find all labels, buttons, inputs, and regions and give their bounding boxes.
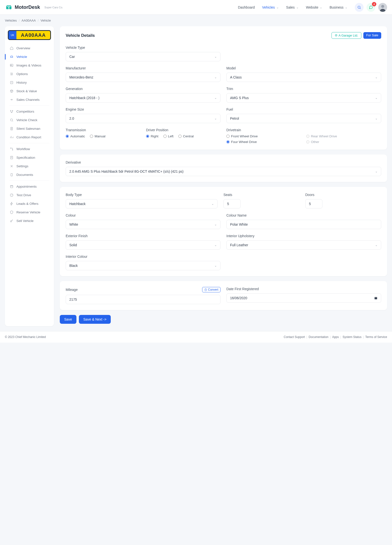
select-body-type[interactable]: Hatchback⌄ [66, 199, 218, 208]
sidebar-item-condition-report[interactable]: Condition Report [5, 133, 54, 142]
clock-icon [10, 81, 13, 84]
save-next-button[interactable]: Save & Next -> [79, 315, 111, 324]
sidebar-item-vehicle[interactable]: Vehicle [5, 52, 54, 61]
label-derivative: Derivative [66, 160, 381, 164]
chat-button[interactable]: 4 [367, 3, 375, 12]
sidebar-item-images-videos[interactable]: Images & Videos [5, 61, 54, 70]
brand-name: MotorDesk [15, 4, 40, 10]
chevron-down-icon: ⌄ [214, 117, 217, 120]
car-icon [10, 55, 13, 59]
plate-country: UK [9, 31, 16, 39]
chevron-down-icon: ⌄ [296, 6, 299, 9]
status-badge[interactable]: For Sale [363, 32, 381, 39]
select-vehicle-type[interactable]: Car⌄ [66, 52, 220, 61]
nav-website[interactable]: Website⌄ [306, 5, 322, 9]
select-engine-size[interactable]: 2.0⌄ [66, 114, 220, 123]
nav-business[interactable]: Business⌄ [330, 5, 347, 9]
nav-sales[interactable]: Sales⌄ [286, 5, 299, 9]
sidebar-item-history[interactable]: History [5, 78, 54, 87]
chevron-down-icon: ⌄ [375, 76, 378, 79]
sidebar-item-specification[interactable]: Specification [5, 153, 54, 162]
chevron-down-icon: ⌄ [375, 117, 378, 120]
sidebar-item-test-drive[interactable]: Test Drive [5, 191, 54, 199]
radio-front-wheel-drive[interactable]: Front Wheel Drive [226, 134, 301, 138]
select-trim[interactable]: AMG S Plus⌄ [226, 93, 381, 103]
select-colour[interactable]: White⌄ [66, 220, 220, 229]
sidebar-item-reserve-vehicle[interactable]: Reserve Vehicle [5, 208, 54, 217]
sidebar-item-sell-vehicle[interactable]: Sell Vehicle [5, 217, 54, 225]
label-generation: Generation [66, 87, 220, 91]
label-engine-size: Engine Size [66, 107, 220, 111]
nav-vehicles[interactable]: Vehicles⌄ [262, 5, 279, 9]
label-drivetrain: Drivetrain [226, 128, 381, 132]
select-manufacturer[interactable]: Mercedes-Benz⌄ [66, 73, 220, 82]
footer-link-system-status[interactable]: System Status [343, 335, 361, 339]
sidebar-item-documents[interactable]: Documents [5, 170, 54, 179]
footer-link-apps[interactable]: Apps [332, 335, 339, 339]
vehicle-details-card: Vehicle Details A Garage Ltd. For Sale V… [60, 26, 387, 150]
location-text: A Garage Ltd. [339, 34, 358, 37]
branch-icon [10, 110, 13, 113]
breadcrumb-item[interactable]: AA00AAA [22, 19, 36, 22]
sidebar-item-silent-salesman[interactable]: Silent Salesman [5, 124, 54, 133]
radio-rear-wheel-drive: Rear Wheel Drive [306, 134, 381, 138]
select-interior-upholstery[interactable]: Full Leather⌄ [226, 240, 381, 250]
chevron-down-icon: ⌄ [375, 96, 378, 100]
logo[interactable]: MotorDesk Super Cars Co. [5, 3, 63, 11]
user-avatar[interactable] [378, 3, 387, 12]
field-exterior-finish: Exterior Finish Solid⌄ [66, 234, 220, 250]
sidebar-item-vehicle-check[interactable]: Vehicle Check [5, 116, 54, 124]
radio-central[interactable]: Central [178, 134, 194, 138]
field-generation: Generation Hatchback (2018 - )⌄ [66, 87, 220, 103]
select-model[interactable]: A Class⌄ [226, 73, 381, 82]
sidebar-item-overview[interactable]: Overview [5, 44, 54, 52]
input-colour-name[interactable]: Polar White [226, 220, 381, 229]
radio-right[interactable]: Right [146, 134, 159, 138]
footer-link-documentation[interactable]: Documentation [309, 335, 329, 339]
sidebar-item-settings[interactable]: Settings [5, 162, 54, 170]
card-title: Vehicle Details [66, 33, 95, 38]
input-mileage[interactable]: 2175 [66, 295, 220, 304]
radio-four-wheel-drive[interactable]: Four Wheel Drive [226, 140, 301, 144]
sidebar-item-workflow[interactable]: Workflow [5, 145, 54, 153]
select-derivative[interactable]: 2.0 A45 AMG S Plus Hatchback 5dr Petrol … [66, 167, 381, 176]
nav-dashboard[interactable]: Dashboard [238, 5, 255, 9]
select-interior-colour[interactable]: Black⌄ [66, 261, 220, 270]
sidebar-item-leads-offers[interactable]: Leads & Offers [5, 199, 54, 208]
convert-button[interactable]: Convert [202, 287, 220, 292]
label-seats: Seats [223, 193, 299, 197]
input-seats[interactable]: 5 [223, 199, 241, 208]
radio-manual[interactable]: Manual [90, 134, 105, 138]
field-driver-position: Driver Position RightLeftCentral [146, 128, 220, 144]
sidebar-item-options[interactable]: Options [5, 70, 54, 78]
location-badge[interactable]: A Garage Ltd. [331, 32, 361, 39]
chevron-down-icon: ⌄ [214, 243, 217, 247]
sidebar-item-appointments[interactable]: Appointments [5, 182, 54, 191]
select-exterior-finish[interactable]: Solid⌄ [66, 240, 220, 250]
input-doors[interactable]: 5 [305, 199, 322, 208]
chevron-down-icon: ⌄ [214, 96, 217, 100]
plate-reg: AA00AAA [16, 31, 50, 39]
input-date-registered[interactable]: 16/06/2020 [226, 293, 381, 303]
radio-left[interactable]: Left [163, 134, 174, 138]
select-generation[interactable]: Hatchback (2018 - )⌄ [66, 93, 220, 103]
sidebar-item-stock-value[interactable]: Stock & Value [5, 87, 54, 95]
search-button[interactable] [355, 3, 364, 12]
radio-automatic[interactable]: Automatic [66, 134, 85, 138]
search-icon [10, 118, 13, 122]
sidebar-item-sales-channels[interactable]: Sales Channels [5, 95, 54, 104]
chevron-down-icon: ⌄ [214, 223, 217, 226]
calculator-icon [204, 288, 207, 291]
calendar-icon [374, 296, 378, 300]
breadcrumb-item[interactable]: Vehicles [5, 19, 17, 22]
chevron-down-icon: ⌄ [214, 264, 217, 267]
svg-point-1 [10, 7, 11, 8]
save-button[interactable]: Save [60, 315, 76, 324]
select-fuel[interactable]: Petrol⌄ [226, 114, 381, 123]
sidebar-item-competitors[interactable]: Competitors [5, 107, 54, 116]
car-logo-icon [5, 3, 13, 11]
topbar: MotorDesk Super Cars Co. DashboardVehicl… [0, 0, 392, 15]
footer-link-terms-of-service[interactable]: Terms of Service [365, 335, 387, 339]
footer-link-contact-support[interactable]: Contact Support [284, 335, 305, 339]
report-icon [10, 135, 13, 139]
